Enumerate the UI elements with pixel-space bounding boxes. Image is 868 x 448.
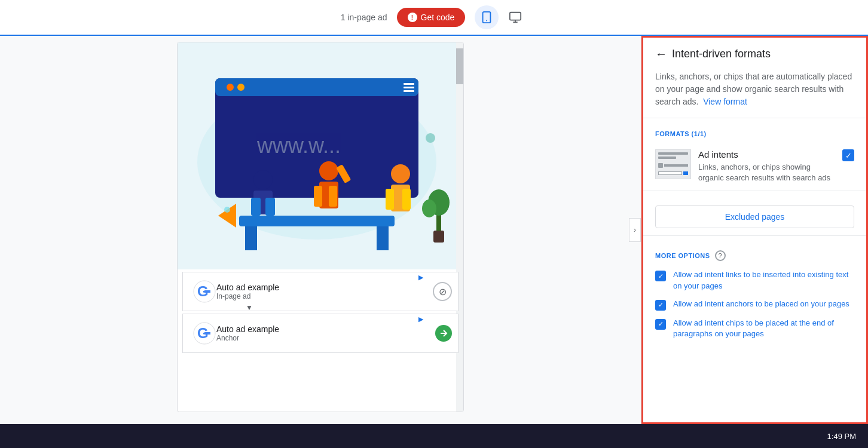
formats-header: FORMATS (1/1)	[643, 125, 866, 142]
format-info: Ad intents Links, anchors, or chips show…	[698, 149, 835, 183]
option-checkbox-2[interactable]: ✓	[655, 300, 666, 311]
google-logo-2: G	[192, 321, 216, 345]
svg-rect-41	[204, 332, 210, 335]
preview-scrollbar[interactable]	[456, 42, 463, 412]
ad-badge-anchor: ▶	[415, 313, 427, 325]
svg-rect-38	[204, 290, 210, 293]
get-code-button[interactable]: ! Get code	[397, 8, 466, 27]
ad-example-sub-2: Anchor	[216, 334, 448, 342]
svg-text:www.w...: www.w...	[256, 133, 341, 158]
thumb-search-box	[658, 171, 682, 175]
svg-point-20	[319, 161, 338, 180]
ad-example-text-1: Auto ad example In-page ad	[216, 283, 448, 300]
device-icons	[475, 5, 527, 29]
svg-rect-18	[251, 198, 261, 216]
svg-rect-2	[510, 13, 521, 20]
ad-example-text-2: Auto ad example Anchor	[216, 324, 448, 342]
option-text-2: Allow ad intent anchors to be placed on …	[673, 299, 849, 309]
ad-example-sub-1: In-page ad	[216, 292, 448, 300]
svg-rect-10	[404, 87, 414, 88]
taskbar-time: 1:49 PM	[827, 432, 856, 441]
option-text-1: Allow ad intent links to be inserted int…	[673, 269, 854, 291]
divider-1	[643, 118, 866, 118]
warning-icon: !	[408, 13, 417, 22]
format-item-ad-intents: Ad intents Links, anchors, or chips show…	[643, 142, 866, 191]
top-bar: 1 in-page ad ! Get code	[0, 0, 868, 36]
svg-point-8	[237, 84, 244, 91]
back-button[interactable]: ←	[655, 47, 667, 61]
thumb-icon	[658, 163, 663, 168]
preview-container: www.w...	[177, 42, 464, 412]
thumb-line-3	[664, 164, 688, 167]
format-name: Ad intents	[698, 149, 835, 159]
svg-rect-23	[329, 186, 337, 207]
option-item-2: ✓ Allow ad intent anchors to be placed o…	[643, 295, 866, 314]
chevron-down-1[interactable]: ▼	[246, 303, 253, 312]
scrollbar-thumb	[456, 48, 463, 84]
svg-point-35	[224, 207, 230, 213]
view-format-link[interactable]: View format	[703, 97, 747, 106]
svg-rect-9	[404, 83, 414, 85]
block-icon-1[interactable]: ⊘	[433, 282, 452, 301]
ad-badge-inpage: ▶	[415, 271, 427, 283]
svg-rect-27	[386, 189, 394, 210]
more-options-header: MORE OPTIONS ?	[643, 243, 866, 266]
svg-rect-15	[377, 226, 389, 250]
svg-rect-14	[245, 226, 257, 250]
svg-point-1	[486, 20, 487, 22]
svg-point-32	[422, 200, 436, 217]
format-checkbox[interactable]: ✓	[842, 149, 854, 161]
desktop-device-button[interactable]	[503, 5, 527, 29]
panel-title: Intent-driven formats	[672, 48, 771, 60]
green-circle-icon	[435, 325, 452, 342]
option-text-3: Allow ad intent chips to be placed at th…	[673, 318, 854, 339]
divider-3	[643, 235, 866, 236]
more-options-label: MORE OPTIONS	[655, 252, 710, 259]
option-item-1: ✓ Allow ad intent links to be inserted i…	[643, 266, 866, 294]
right-panel: ← Intent-driven formats Links, anchors, …	[641, 36, 868, 424]
thumb-line-2	[658, 157, 676, 159]
ad-example-anchor: ▶ G Auto ad example Anchor	[182, 314, 459, 353]
option-item-3: ✓ Allow ad intent chips to be placed at …	[643, 314, 866, 343]
svg-point-25	[391, 164, 410, 183]
google-logo-1: G	[192, 280, 216, 303]
thumb-line-1	[658, 152, 688, 155]
option-checkbox-1[interactable]: ✓	[655, 271, 666, 281]
top-bar-center: 1 in-page ad ! Get code	[341, 5, 528, 29]
format-thumbnail	[655, 149, 691, 179]
ad-example-title-1: Auto ad example	[216, 283, 448, 292]
svg-rect-22	[314, 186, 322, 207]
svg-rect-33	[433, 231, 444, 243]
taskbar: 1:49 PM	[0, 424, 868, 448]
svg-point-16	[253, 170, 273, 189]
get-code-label: Get code	[421, 13, 455, 22]
panel-description-text: Links, anchors, or chips that are automa…	[655, 72, 852, 106]
illustration: www.w...	[178, 42, 456, 269]
preview-panel: www.w...	[0, 36, 641, 424]
mobile-device-button[interactable]	[475, 5, 499, 29]
format-desc: Links, anchors, or chips showing organic…	[698, 162, 835, 183]
svg-rect-28	[402, 189, 411, 210]
back-header: ← Intent-driven formats	[643, 38, 866, 66]
ad-example-title-2: Auto ad example	[216, 324, 448, 334]
right-panel-inner: ← Intent-driven formats Links, anchors, …	[641, 36, 868, 424]
ad-count-label: 1 in-page ad	[341, 13, 387, 22]
mobile-icon	[480, 11, 493, 24]
desktop-icon	[508, 11, 522, 24]
panel-description: Links, anchors, or chips that are automa…	[643, 66, 866, 118]
svg-point-34	[426, 133, 435, 143]
arrow-icon	[439, 329, 448, 337]
divider-2	[643, 191, 866, 191]
svg-rect-19	[265, 198, 275, 216]
svg-point-7	[227, 84, 234, 91]
help-icon[interactable]: ?	[715, 250, 726, 261]
ad-example-inpage: ▶ G Auto ad example In-page ad ⊘ ▼	[182, 272, 459, 311]
svg-rect-6	[215, 78, 418, 96]
main-content: www.w...	[0, 36, 868, 424]
svg-rect-11	[404, 90, 414, 92]
option-checkbox-3[interactable]: ✓	[655, 319, 666, 330]
expand-panel-arrow[interactable]: ›	[629, 218, 641, 242]
thumb-search-btn	[683, 171, 688, 175]
excluded-pages-button[interactable]: Excluded pages	[655, 205, 854, 228]
illustration-svg: www.w...	[178, 42, 456, 269]
